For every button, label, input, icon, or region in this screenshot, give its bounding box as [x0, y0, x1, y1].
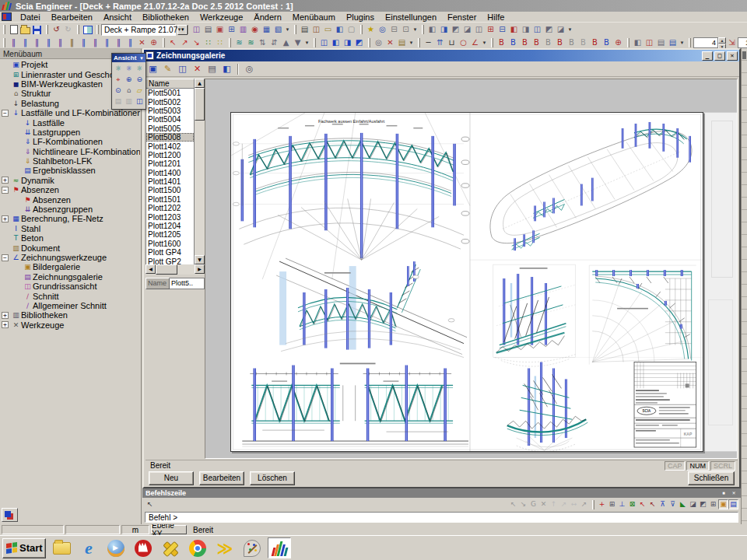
toolbar-overflow-icon[interactable]: ▼ [566, 24, 573, 35]
toolbar-icon[interactable]: ▼ [292, 37, 303, 48]
tree-item-zeichnungswerkzeuge[interactable]: −∠Zeichnungswerkzeuge [0, 253, 140, 262]
list-item-plott1501[interactable]: Plott1501 [146, 195, 194, 204]
menu-bibliotheken[interactable]: Bibliotheken [137, 12, 195, 23]
new-file-icon[interactable] [8, 24, 19, 35]
export-drawing-icon[interactable]: ◧ [220, 63, 233, 75]
scroll-up-icon[interactable]: ▲ [195, 79, 205, 88]
tree-item-absenzgruppen[interactable]: ⇊Absenzgruppen [0, 205, 140, 214]
list-item-plott-gp2[interactable]: Plott GP2 [146, 257, 194, 264]
toolbar-icon[interactable]: ○ [458, 37, 469, 48]
toolbar-icon[interactable]: ◨ [520, 24, 531, 35]
toolbar-icon[interactable]: ‖ [19, 37, 31, 48]
list-item-plott5008[interactable]: Plott5008 [146, 133, 194, 142]
toolbar-icon[interactable]: B [566, 37, 577, 48]
toolbar-icon[interactable]: ↖ [647, 499, 658, 509]
toolbar-icon[interactable]: ☼ [124, 64, 134, 74]
scale-apply-icon[interactable]: ⇲ [726, 37, 738, 48]
list-item-plott1205[interactable]: Plott1205 [146, 230, 194, 239]
toolbar-overflow-icon[interactable]: ▼ [303, 37, 310, 48]
list-item-plott5002[interactable]: Plott5002 [146, 97, 194, 106]
minimize-icon[interactable]: _ [702, 51, 713, 61]
list-item-plott1500[interactable]: Plott1500 [146, 186, 194, 194]
toolbar-icon[interactable]: B [601, 37, 612, 48]
tree-item-ergebnisklassen[interactable]: ▤Ergebnisklassen [0, 166, 140, 175]
toolbar-icon[interactable]: ⊟ [388, 24, 400, 35]
list-header-name[interactable]: Name [146, 79, 195, 89]
start-button[interactable]: Start [2, 538, 46, 558]
toolbar-icon[interactable]: ▥ [124, 96, 134, 107]
command-input[interactable]: Befehl > [145, 512, 738, 523]
toolbar-icon[interactable]: ≋ [245, 37, 257, 48]
toolbar-icon[interactable]: G [528, 499, 538, 509]
tree-item-dokument[interactable]: ▥Dokument [0, 243, 140, 252]
toolbar-icon[interactable]: ↖ [167, 37, 179, 48]
menu-einstellungen[interactable]: Einstellungen [380, 12, 442, 23]
new-drawing-icon[interactable]: ▣ [146, 63, 160, 75]
toolbar-icon[interactable]: ‖ [124, 37, 136, 48]
toolbar-overflow-icon[interactable]: ▼ [408, 37, 415, 48]
toolbar-overflow-icon[interactable]: ▼ [679, 37, 686, 48]
toolbar-icon[interactable]: B [542, 37, 554, 48]
toolbar-grip[interactable] [294, 25, 296, 34]
maximize-icon[interactable]: □ [714, 51, 725, 61]
arrows-app-button[interactable]: ≫ [213, 537, 237, 558]
redo-icon[interactable]: ↻ [62, 24, 74, 35]
drawing-preview-area[interactable]: Fachwerk aussen Einfahrt/Ausfahrt [205, 79, 738, 459]
toolbar-icon[interactable]: B [507, 37, 519, 48]
filter-column-label[interactable]: Name [146, 278, 170, 289]
tree-item-grundrissansicht[interactable]: ◫Grundrissansicht [0, 282, 140, 291]
toolbar-icon[interactable]: ▱ [135, 86, 145, 96]
menu-werkzeuge[interactable]: Werkzeuge [195, 12, 248, 23]
toolbar-icon[interactable]: ↑ [549, 499, 559, 509]
toolbar-icon[interactable]: ◪ [461, 24, 473, 35]
expand-icon[interactable]: + [2, 321, 9, 328]
list-item-plott5001[interactable]: Plott5001 [146, 89, 194, 97]
tree-item-lastgruppen[interactable]: ⇊Lastgruppen [0, 128, 140, 137]
toolbar-icon[interactable]: ◫ [473, 24, 485, 35]
tree-item-bibliotheken[interactable]: +▥Bibliotheken [0, 310, 140, 320]
pin-icon[interactable]: ▪ [720, 490, 728, 497]
tree-item-beton[interactable]: TBeton [0, 233, 140, 243]
project-combobox[interactable]: Deck + Rampe 21.07 ▼ [101, 24, 176, 36]
toolbar-icon[interactable]: ◫ [191, 24, 202, 35]
tree-item-bildergalerie[interactable]: ▣Bildergalerie [0, 262, 140, 271]
toolbar-icon[interactable]: ∷ [214, 37, 226, 48]
save-file-icon[interactable] [31, 24, 43, 35]
toolbar-icon[interactable]: ▤ [396, 37, 408, 48]
list-item-plott1400[interactable]: Plott1400 [146, 169, 194, 177]
toolbar-icon[interactable]: ▦ [261, 24, 272, 35]
toolbar-grip[interactable] [163, 38, 165, 47]
collapse-icon[interactable]: − [2, 187, 9, 194]
clone-drawing-icon[interactable]: ◫ [176, 63, 189, 75]
toolbar-grip[interactable] [689, 38, 691, 47]
toolbar-grip[interactable] [368, 38, 370, 47]
toolbar-grip[interactable] [627, 38, 630, 47]
toolbar-icon[interactable]: ↖ [637, 499, 647, 509]
toolbar-icon[interactable]: ⊟ [496, 24, 508, 35]
tree-item-absenzen[interactable]: ⚑Absenzen [0, 194, 140, 204]
status-unit[interactable]: m [121, 525, 149, 534]
app-titlebar[interactable]: Scia Engineer - [Deck + Rampe 21.07.12-2… [0, 0, 747, 12]
toolbar-icon[interactable]: ▣ [718, 499, 728, 509]
tree-item-stahl[interactable]: IStahl [0, 224, 140, 233]
delete-button[interactable]: Löschen [250, 471, 295, 485]
tree-item-nichtlineare-lf-kombinationen[interactable]: ⇓Nichtlineare LF-Kombinationen [0, 147, 140, 156]
toolbar-icon[interactable]: ─ [423, 37, 434, 48]
toolbar-icon[interactable]: ▤ [299, 24, 310, 35]
toolbar-icon[interactable]: ◧ [426, 24, 438, 35]
toolbar-icon[interactable]: B [589, 37, 601, 48]
toolbar-icon[interactable]: ↘ [518, 499, 528, 509]
toolbar-icon[interactable]: ↔ [569, 499, 579, 509]
scale-spinner-buttons[interactable]: ▲▼ [718, 37, 726, 48]
right-dock-strip[interactable] [741, 48, 747, 524]
tree-item-schnitt[interactable]: ∕Schnitt [0, 291, 140, 300]
toolbar-icon[interactable]: ⊙ [113, 86, 123, 96]
list-item-plott5005[interactable]: Plott5005 [146, 124, 194, 133]
toolbar-grip[interactable] [418, 38, 420, 47]
filter-value-field[interactable]: Plott5.. [170, 278, 205, 289]
new-button[interactable]: Neu [149, 471, 194, 485]
collapse-icon[interactable]: − [2, 254, 9, 261]
paint-app-button[interactable] [240, 537, 264, 558]
toolbar-icon[interactable]: ⊞ [485, 24, 496, 35]
toolbar-overflow-icon[interactable]: ▼ [412, 24, 419, 35]
